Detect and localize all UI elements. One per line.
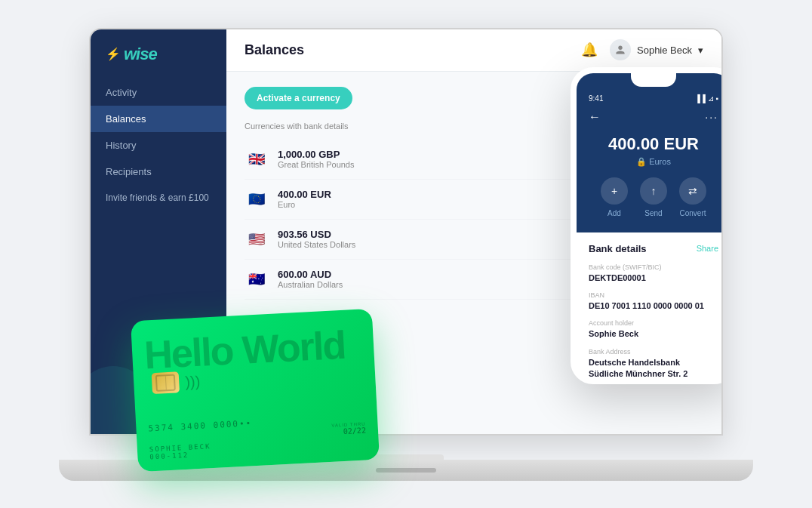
sidebar-item-invite[interactable]: Invite friends & earn £100	[91, 185, 226, 211]
card-number: 5374 3400 0000••	[148, 418, 252, 433]
phone-top-section: 9:41 ▐▐ ⊿ ▪ ← ··· 400.00 EUR 🔒 Euros + A…	[577, 73, 723, 232]
aud-flag: 🇦🇺	[245, 267, 269, 291]
user-name: Sophie Beck	[637, 45, 692, 56]
sidebar-item-recipients[interactable]: Recipients	[91, 159, 226, 185]
gbp-amount: 1,000.00 GBP	[278, 149, 355, 160]
usd-amount: 903.56 USD	[278, 229, 355, 240]
card-hello-text: Hello World	[143, 325, 346, 374]
phone-notch	[631, 73, 676, 87]
user-menu[interactable]: Sophie Beck ▾	[610, 39, 703, 60]
sidebar-item-balances[interactable]: Balances	[91, 106, 226, 132]
chevron-down-icon: ▾	[698, 45, 703, 56]
share-link[interactable]: Share	[697, 244, 718, 253]
iban-label: IBAN	[589, 291, 718, 299]
phone-send-button[interactable]: ↑ Send	[640, 177, 667, 217]
phone-time: 9:41	[589, 94, 603, 103]
swift-bic-label: Bank code (SWIFT/BIC)	[589, 263, 718, 271]
bank-address-field: Bank Address Deutsche Handelsbank Südlic…	[589, 348, 718, 378]
add-icon: +	[601, 177, 628, 205]
phone-add-button[interactable]: + Add	[601, 177, 628, 217]
aud-amount: 600.00 AUD	[278, 269, 343, 280]
sidebar-item-history[interactable]: History	[91, 132, 226, 159]
card-nfc-icon: )))	[185, 372, 201, 390]
phone-currency-label: 🔒 Euros	[589, 157, 718, 167]
eur-amount: 400.00 EUR	[278, 189, 331, 200]
avatar	[610, 39, 631, 60]
sidebar-item-activity[interactable]: Activity	[91, 79, 226, 106]
wise-logo-icon: ⚡	[106, 47, 121, 61]
convert-icon: ⇄	[679, 177, 706, 205]
send-icon: ↑	[640, 177, 667, 205]
phone-mockup: 9:41 ▐▐ ⊿ ▪ ← ··· 400.00 EUR 🔒 Euros + A…	[571, 67, 723, 384]
iban-field: IBAN DE10 7001 1110 0000 0000 01	[589, 291, 718, 312]
card-valid-area: VALID THRU 02/22	[331, 421, 366, 436]
wise-logo-text: wise	[124, 45, 157, 64]
eur-name: Euro	[278, 200, 331, 209]
payment-card: Hello World ))) 5374 3400 0000•• VALID T…	[131, 308, 380, 471]
usd-flag: 🇺🇸	[245, 227, 269, 251]
bank-address-label: Bank Address	[589, 348, 718, 356]
account-holder-label: Account holder	[589, 319, 718, 327]
top-right-actions: 🔔 Sophie Beck ▾	[581, 39, 703, 60]
aud-name: Australian Dollars	[278, 280, 343, 289]
phone-signal-icons: ▐▐ ⊿ ▪	[695, 94, 718, 103]
card-holder-name: SOPHIE BECK 000-112	[149, 442, 212, 460]
phone-more-icon[interactable]: ···	[705, 111, 718, 123]
phone-convert-button[interactable]: ⇄ Convert	[679, 177, 706, 217]
phone-actions: + Add ↑ Send ⇄ Convert	[589, 177, 718, 217]
gbp-name: Great British Pounds	[278, 160, 355, 169]
top-bar: Balances 🔔 Sophie Beck ▾	[226, 29, 721, 72]
swift-bic-field: Bank code (SWIFT/BIC) DEKTDE00001	[589, 263, 718, 284]
eur-flag: 🇪🇺	[245, 187, 269, 211]
usd-name: United States Dollars	[278, 240, 355, 249]
lock-icon: 🔒	[636, 157, 647, 166]
gbp-flag: 🇬🇧	[245, 147, 269, 171]
card-chip-area: )))	[152, 370, 201, 393]
account-holder-value: Sophie Beck	[589, 328, 718, 340]
phone-back-arrow-icon[interactable]: ←	[589, 110, 601, 124]
account-holder-field: Account holder Sophie Beck	[589, 319, 718, 340]
bank-details-title: Bank details	[589, 243, 647, 254]
notification-bell-icon[interactable]: 🔔	[581, 42, 598, 58]
activate-currency-button[interactable]: Activate a currency	[245, 87, 352, 109]
swift-bic-value: DEKTDE00001	[589, 272, 718, 284]
phone-balance: 400.00 EUR	[589, 134, 718, 154]
card-chip-icon	[152, 371, 180, 394]
page-title: Balances	[245, 42, 304, 58]
bank-address-value: Deutsche Handelsbank Südliche Münchner S…	[589, 357, 718, 378]
logo-area: ⚡ wise	[91, 45, 226, 79]
iban-value: DE10 7001 1110 0000 0000 01	[589, 300, 718, 312]
phone-bank-details-section: Bank details Share Bank code (SWIFT/BIC)…	[577, 232, 723, 378]
